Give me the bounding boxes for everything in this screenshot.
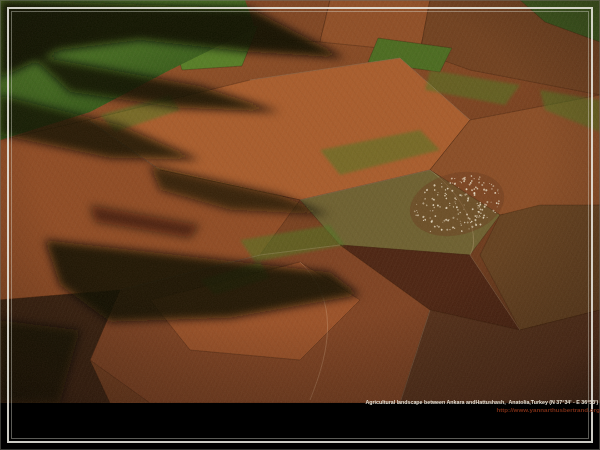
photographer-url: http://www.yannarthusbertrand.org	[497, 407, 600, 413]
caption-bar: Agricultural landscape between Ankara an…	[178, 400, 598, 420]
photo-caption: Agricultural landscape between Ankara an…	[365, 400, 598, 405]
aerial-photo-canvas	[0, 0, 600, 403]
aerial-photo	[0, 0, 600, 403]
film-grain	[0, 0, 600, 403]
wallpaper: Agricultural landscape between Ankara an…	[0, 0, 600, 450]
